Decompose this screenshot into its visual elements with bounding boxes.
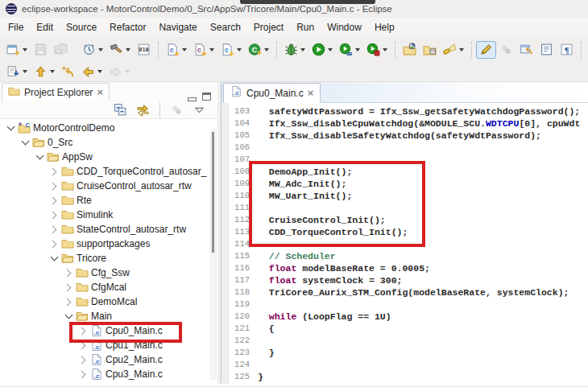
expander-collapsed-icon[interactable] [63,267,74,278]
menu-source[interactable]: Source [60,19,103,35]
code-line-122[interactable]: 122 [229,335,588,347]
tree-item-motorcontroldemo[interactable]: CMotorControlDemo [0,121,217,135]
skip-breakpoints-button[interactable] [79,41,106,59]
open-archive-button[interactable] [420,41,440,59]
new-wizard-button[interactable] [3,41,31,59]
expander-expanded-icon[interactable] [5,122,16,134]
tree-item-cfg-ssw[interactable]: Cfg_Ssw [0,266,217,280]
code-line-119[interactable]: 119 [229,298,588,311]
show-whitespace-toggle[interactable]: ¶ [557,41,577,59]
mark-occurrences-toggle[interactable] [476,41,496,59]
dropdown-caret-icon[interactable] [300,48,305,51]
tree-item-statecontrol-autosar-rtw[interactable]: StateControl_autosar_rtw [0,222,217,237]
dropdown-caret-icon[interactable] [125,70,130,73]
filters-button[interactable] [496,41,516,59]
expander-expanded-icon[interactable] [34,151,45,163]
code-editor[interactable]: 103 safetyWdtPassword = Ifx_Ssw_getSafet… [222,103,588,384]
code-line-113[interactable]: 113 CDD_TorqueControl_Init(); [229,226,588,238]
expander-collapsed-icon[interactable] [48,238,60,249]
binary-file-button[interactable]: 010 [134,41,154,59]
dropdown-caret-icon[interactable] [383,48,387,51]
expander-collapsed-icon[interactable] [48,195,60,206]
expander-collapsed-icon[interactable] [77,340,89,351]
dropdown-caret-icon[interactable] [98,48,103,51]
coverage-button[interactable] [336,41,363,59]
menu-help[interactable]: Help [368,19,401,35]
build-button[interactable] [106,41,134,59]
expander-collapsed-icon[interactable] [77,325,89,336]
expander-expanded-icon[interactable] [19,137,31,148]
view-filters-button[interactable] [167,101,187,119]
menu-edit[interactable]: Edit [30,19,60,35]
menu-refactor[interactable]: Refactor [103,19,152,35]
expander-collapsed-icon[interactable] [48,224,60,235]
code-line-106[interactable]: 106 [229,142,588,154]
expander-collapsed-icon[interactable] [48,209,60,220]
tree-item-demomcal[interactable]: DemoMcal [0,294,217,309]
view-menu-button[interactable] [189,101,209,119]
tree-item-rte[interactable]: Rte [0,193,217,208]
code-line-107[interactable]: 107 [229,154,588,166]
code-line-117[interactable]: 117 float systemClock = 300; [229,274,588,286]
tab-project-explorer[interactable]: Project Explorer × [2,83,110,101]
search-button[interactable] [440,41,467,59]
code-line-120[interactable]: 120 while (LoopFlag == 1U) [229,311,588,323]
debug-button[interactable] [281,41,308,59]
dropdown-caret-icon[interactable] [355,48,360,51]
tree-item-tricore[interactable]: Tricore [0,251,217,266]
tree-item-0-src[interactable]: 0_Src [0,135,217,150]
expander-collapsed-icon[interactable] [77,368,89,380]
expander-collapsed-icon[interactable] [63,296,74,307]
code-line-104[interactable]: 104 Ifx_Ssw_disableCpuWatchdog(&MODULE_S… [229,117,588,130]
code-line-109[interactable]: 109 MW_Adc_Init(); [229,178,588,190]
menu-navigate[interactable]: Navigate [152,19,203,35]
save-all-button[interactable] [51,41,71,59]
menu-file[interactable]: File [2,19,30,35]
close-icon[interactable]: × [308,89,314,97]
expander-collapsed-icon[interactable] [48,166,60,177]
code-line-125[interactable]: 125} [229,371,588,383]
dropdown-caret-icon[interactable] [459,48,464,51]
new-c-class-button[interactable]: c [190,41,217,59]
code-line-110[interactable]: 110 MW_Uart_Init(); [229,190,588,202]
code-line-124[interactable]: 124 [229,359,588,371]
dropdown-caret-icon[interactable] [97,70,102,73]
code-line-103[interactable]: 103 safetyWdtPassword = Ifx_Ssw_getSafet… [229,105,588,117]
tree-item-simulink[interactable]: Simulink [0,208,217,222]
code-line-118[interactable]: 118 TriCore0_Aurix_STM_Config(modelBaseR… [229,286,588,298]
tree-item-cfgmcal[interactable]: CfgMcal [0,280,217,294]
code-line-116[interactable]: 116 float modelBaseRate = 0.0005; [229,262,588,274]
tree-item-cpu0-main-c[interactable]: .cCpu0_Main.c [0,323,217,338]
tree-item-main[interactable]: Main [0,309,217,323]
code-line-112[interactable]: 112 CruiseControl_Init(); [229,214,588,226]
dropdown-caret-icon[interactable] [126,48,130,51]
dropdown-caret-icon[interactable] [23,48,27,51]
tree-item-cdd-torquecontrol-autosar[interactable]: CDD_TorqueControl_autosar_ [0,164,217,179]
code-line-108[interactable]: 108 DemoApp_Init(); [229,166,588,178]
code-line-115[interactable]: 115 // Scheduler [229,250,588,262]
expander-collapsed-icon[interactable] [63,282,74,293]
tree-item-cpu1-main-c[interactable]: .cCpu1_Main.c [0,338,217,352]
code-line-105[interactable]: 105 Ifx_Ssw_disableSafetyWatchdog(safety… [229,130,588,142]
dropdown-caret-icon[interactable] [182,48,187,51]
menu-window[interactable]: Window [321,19,368,35]
expander-expanded-icon[interactable] [63,311,74,322]
tree-scrollbar-thumb[interactable] [212,132,214,253]
tab-cpu0-main-c[interactable]: .c Cpu0_Main.c × [223,83,321,103]
link-with-editor-button[interactable] [133,101,153,119]
dropdown-caret-icon[interactable] [264,48,269,51]
expander-collapsed-icon[interactable] [77,354,89,365]
open-projects-button[interactable] [400,41,420,59]
menu-run[interactable]: Run [290,19,321,35]
tree-item-appsw[interactable]: AppSw [0,150,217,164]
code-line-114[interactable]: 114 [229,238,588,250]
next-annotation-button[interactable] [3,63,31,80]
collapse-all-button[interactable] [110,101,130,119]
dropdown-caret-icon[interactable] [209,48,214,51]
maximize-view-button[interactable] [202,93,211,101]
previous-annotation-button[interactable] [31,63,58,80]
dropdown-caret-icon[interactable] [237,48,242,51]
last-edit-location-button[interactable] [58,63,78,80]
tree-scrollbar[interactable] [209,129,217,380]
tree-item-cpu3-main-c[interactable]: .cCpu3_Main.c [0,367,217,381]
